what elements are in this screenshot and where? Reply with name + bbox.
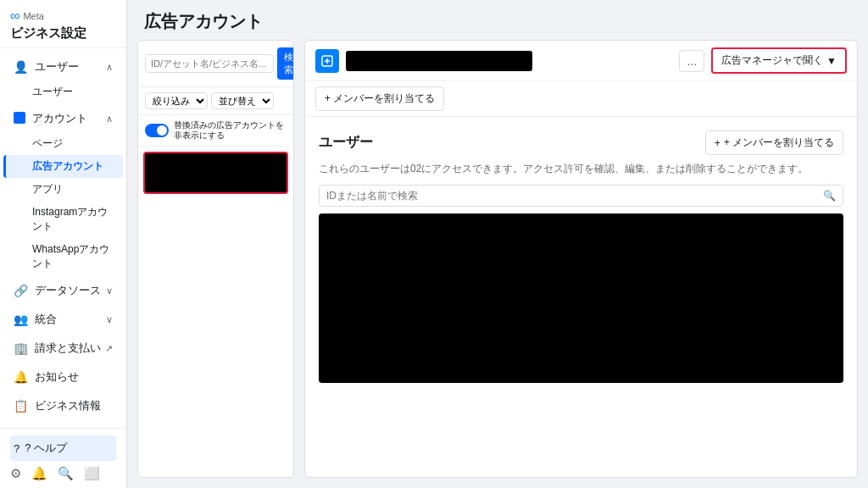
sidebar-nav: 👤 ユーザー ∧ ユーザー アカウント ∧ ページ 広告アカウント アプリ In…	[0, 48, 126, 428]
users-section-header: ユーザー + + メンバーを割り当てる	[319, 130, 843, 155]
sidebar-footer: ? ? ヘルプ ⚙ 🔔 🔍 ⬜	[0, 428, 126, 488]
sort-select[interactable]: 並び替え	[211, 92, 274, 109]
search-bar: 検索	[138, 41, 293, 87]
user-list-area	[319, 214, 843, 383]
assign-member-top-button[interactable]: + メンバーを割り当てる	[315, 86, 444, 111]
assign-member-button[interactable]: + + メンバーを割り当てる	[705, 130, 843, 155]
toggle-label: 替換済みの広告アカウントを非表示にする	[174, 120, 287, 141]
sidebar-item-integration[interactable]: 👥 統合 ∨	[3, 306, 123, 333]
open-manager-button[interactable]: 広告マネージャで聞く ▼	[711, 47, 847, 74]
more-options-button[interactable]: ...	[679, 50, 704, 72]
grid-icon[interactable]: ⬜	[84, 466, 100, 481]
users-description: これらのユーザーは02にアクセスできます。アクセス許可を確認、編集、または削除す…	[319, 162, 843, 176]
sidebar-subitem-pages[interactable]: ページ	[3, 132, 123, 155]
right-header: ... 広告マネージャで聞く ▼	[305, 41, 857, 81]
search-icon[interactable]: 🔍	[58, 466, 74, 481]
datasource-icon: 🔗	[14, 284, 28, 297]
sidebar-item-users[interactable]: 👤 ユーザー ∧	[3, 53, 123, 80]
main-header: 広告アカウント	[127, 0, 868, 40]
account-icon	[14, 112, 25, 126]
right-header-right: ... 広告マネージャで聞く ▼	[679, 47, 847, 74]
footer-icons: ⚙ 🔔 🔍 ⬜	[10, 466, 116, 481]
notifications-icon: 🔔	[14, 370, 28, 384]
sidebar-item-business-info[interactable]: 📋 ビジネス情報	[3, 392, 123, 419]
sidebar-item-account[interactable]: アカウント ∧	[3, 105, 123, 132]
users-icon: 👤	[14, 60, 28, 74]
right-panel: ... 広告マネージャで聞く ▼ + メンバーを割り当てる ユーザー	[304, 40, 858, 478]
meta-text: Meta	[23, 11, 43, 21]
nav-section-billing: 🏢 請求と支払い ↗	[0, 335, 126, 362]
meta-logo: ∞ Meta	[10, 8, 86, 24]
search-input[interactable]	[145, 54, 274, 73]
nav-section-notifications: 🔔 お知らせ	[0, 363, 126, 391]
sidebar-item-notifications[interactable]: 🔔 お知らせ	[3, 363, 123, 391]
integration-chevron-icon: ∨	[106, 314, 113, 325]
filter-bar: 絞り込み 並び替え	[138, 87, 293, 115]
account-list	[138, 147, 293, 477]
right-subheader: + メンバーを割り当てる	[305, 81, 857, 117]
sidebar-subitem-users[interactable]: ユーザー	[3, 80, 123, 103]
users-section: ユーザー + + メンバーを割り当てる これらのユーザーは02にアクセスできます…	[319, 130, 843, 463]
meta-icon: ∞	[10, 8, 19, 24]
billing-external-icon: ↗	[105, 343, 113, 354]
account-item[interactable]	[143, 152, 288, 194]
user-search-input[interactable]	[326, 190, 818, 202]
bell-icon[interactable]: 🔔	[31, 466, 47, 481]
sidebar-subitem-ad-accounts[interactable]: 広告アカウント	[3, 155, 123, 178]
settings-icon[interactable]: ⚙	[10, 466, 21, 481]
help-label: ? ヘルプ	[25, 441, 67, 456]
help-icon: ?	[14, 442, 19, 455]
sidebar-subitem-whatsapp[interactable]: WhatsAppアカウント	[3, 238, 123, 275]
toggle-switch[interactable]	[145, 124, 169, 137]
sidebar: ∞ Meta ビジネス設定 ≡ 👤 ユーザー ∧ ユーザー	[0, 0, 127, 488]
nav-section-integration: 👥 統合 ∨	[0, 306, 126, 333]
toggle-row: 替換済みの広告アカウントを非表示にする	[138, 115, 293, 147]
datasource-chevron-icon: ∨	[106, 286, 113, 297]
user-search: 🔍	[319, 185, 843, 207]
nav-section-business-info: 📋 ビジネス情報	[0, 392, 126, 419]
help-item[interactable]: ? ? ヘルプ	[10, 435, 116, 461]
filter-select[interactable]: 絞り込み	[145, 92, 208, 109]
users-chevron-icon: ∧	[106, 62, 113, 73]
sidebar-item-billing[interactable]: 🏢 請求と支払い ↗	[3, 335, 123, 362]
plus-icon: +	[715, 137, 721, 149]
account-chevron-icon: ∧	[106, 114, 113, 125]
users-title: ユーザー	[319, 134, 373, 152]
nav-section-account: アカウント ∧ ページ 広告アカウント アプリ Instagramアカウント W…	[0, 105, 126, 275]
nav-section-datasource: 🔗 データソース ∨	[0, 277, 126, 304]
left-panel: 検索 絞り込み 並び替え 替換済みの広告アカウントを非表示にする	[137, 40, 294, 478]
integration-icon: 👥	[14, 313, 28, 326]
main-content: 広告アカウント 検索 絞り込み 並び替え 替換済みの広告アカウントを非表示にする	[127, 0, 868, 488]
business-title: ビジネス設定	[10, 25, 86, 41]
content-body: 検索 絞り込み 並び替え 替換済みの広告アカウントを非表示にする	[127, 40, 868, 488]
billing-icon: 🏢	[14, 341, 28, 355]
sidebar-item-datasource[interactable]: 🔗 データソース ∨	[3, 277, 123, 304]
sidebar-subitem-instagram[interactable]: Instagramアカウント	[3, 201, 123, 238]
account-icon-blue	[315, 49, 339, 73]
page-title: 広告アカウント	[144, 10, 851, 33]
search-magnifier-icon: 🔍	[823, 190, 836, 202]
business-info-icon: 📋	[14, 399, 28, 413]
right-body: ユーザー + + メンバーを割り当てる これらのユーザーは02にアクセスできます…	[305, 117, 857, 477]
account-name-block	[346, 51, 532, 71]
dropdown-arrow-icon: ▼	[826, 55, 837, 67]
search-button[interactable]: 検索	[277, 47, 294, 80]
right-header-left	[315, 49, 532, 73]
sidebar-header: ∞ Meta ビジネス設定 ≡	[0, 0, 126, 48]
nav-section-users: 👤 ユーザー ∧ ユーザー	[0, 53, 126, 103]
sidebar-subitem-apps[interactable]: アプリ	[3, 178, 123, 201]
